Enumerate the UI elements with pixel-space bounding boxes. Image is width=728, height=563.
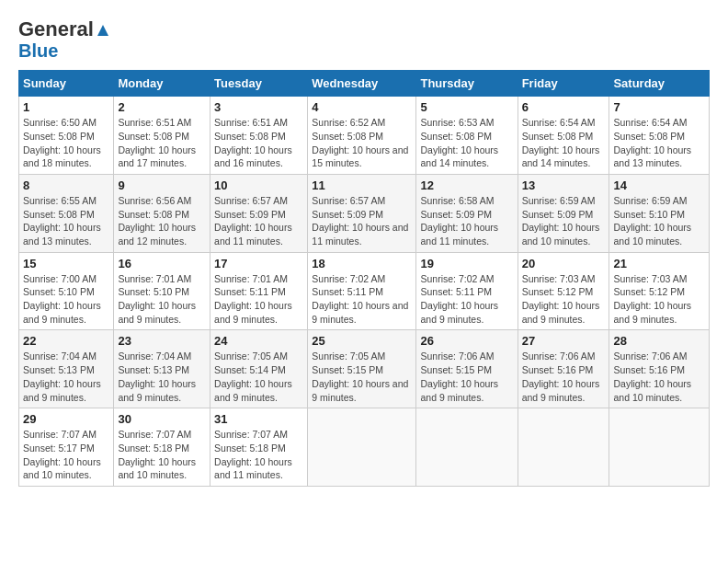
day-number: 22 <box>23 334 109 348</box>
day-number: 6 <box>522 100 606 114</box>
day-number: 4 <box>312 100 412 114</box>
day-info: Sunrise: 6:56 AM Sunset: 5:08 PM Dayligh… <box>118 194 206 248</box>
day-number: 21 <box>613 257 705 270</box>
day-info: Sunrise: 7:06 AM Sunset: 5:16 PM Dayligh… <box>522 350 606 404</box>
day-number: 13 <box>522 178 606 192</box>
weekday-header-tuesday: Tuesday <box>210 71 308 97</box>
day-info: Sunrise: 7:04 AM Sunset: 5:13 PM Dayligh… <box>23 350 109 404</box>
calendar-cell: 5 Sunrise: 6:53 AM Sunset: 5:08 PM Dayli… <box>416 97 518 175</box>
calendar-cell: 10 Sunrise: 6:57 AM Sunset: 5:09 PM Dayl… <box>210 174 308 252</box>
calendar-cell: 4 Sunrise: 6:52 AM Sunset: 5:08 PM Dayli… <box>308 97 416 175</box>
day-info: Sunrise: 7:01 AM Sunset: 5:10 PM Dayligh… <box>118 272 206 327</box>
day-info: Sunrise: 7:06 AM Sunset: 5:15 PM Dayligh… <box>420 350 513 404</box>
svg-marker-0 <box>97 25 108 36</box>
page-header: General Blue <box>18 18 710 61</box>
calendar-cell: 28 Sunrise: 7:06 AM Sunset: 5:16 PM Dayl… <box>609 330 710 408</box>
calendar-cell: 13 Sunrise: 6:59 AM Sunset: 5:09 PM Dayl… <box>518 174 609 252</box>
day-info: Sunrise: 6:59 AM Sunset: 5:09 PM Dayligh… <box>522 194 606 248</box>
day-number: 20 <box>522 257 606 270</box>
day-number: 16 <box>118 257 206 270</box>
day-info: Sunrise: 7:02 AM Sunset: 5:11 PM Dayligh… <box>312 272 412 327</box>
calendar-cell <box>308 408 416 487</box>
day-number: 29 <box>23 412 109 426</box>
day-number: 2 <box>118 100 206 114</box>
calendar-cell: 14 Sunrise: 6:59 AM Sunset: 5:10 PM Dayl… <box>609 174 710 252</box>
calendar-cell: 16 Sunrise: 7:01 AM Sunset: 5:10 PM Dayl… <box>114 252 210 330</box>
day-info: Sunrise: 6:55 AM Sunset: 5:08 PM Dayligh… <box>23 194 109 248</box>
day-info: Sunrise: 6:54 AM Sunset: 5:08 PM Dayligh… <box>522 116 606 170</box>
day-info: Sunrise: 6:51 AM Sunset: 5:08 PM Dayligh… <box>214 116 303 170</box>
calendar-cell: 6 Sunrise: 6:54 AM Sunset: 5:08 PM Dayli… <box>518 97 609 175</box>
day-info: Sunrise: 7:01 AM Sunset: 5:11 PM Dayligh… <box>214 272 303 327</box>
day-info: Sunrise: 6:50 AM Sunset: 5:08 PM Dayligh… <box>23 116 109 170</box>
weekday-header-thursday: Thursday <box>416 71 518 97</box>
calendar-cell: 24 Sunrise: 7:05 AM Sunset: 5:14 PM Dayl… <box>210 330 308 408</box>
calendar-cell: 17 Sunrise: 7:01 AM Sunset: 5:11 PM Dayl… <box>210 252 308 330</box>
calendar-table: SundayMondayTuesdayWednesdayThursdayFrid… <box>18 70 710 487</box>
calendar-cell <box>518 408 609 487</box>
day-info: Sunrise: 6:57 AM Sunset: 5:09 PM Dayligh… <box>214 194 303 248</box>
day-info: Sunrise: 7:05 AM Sunset: 5:15 PM Dayligh… <box>312 350 412 404</box>
weekday-header-friday: Friday <box>518 71 609 97</box>
weekday-header-monday: Monday <box>114 71 210 97</box>
day-number: 23 <box>118 334 206 348</box>
day-number: 31 <box>214 412 303 426</box>
logo-text: General <box>18 18 110 40</box>
day-number: 10 <box>214 178 303 192</box>
day-info: Sunrise: 7:05 AM Sunset: 5:14 PM Dayligh… <box>214 350 303 404</box>
day-number: 7 <box>613 100 705 114</box>
calendar-week-row: 29 Sunrise: 7:07 AM Sunset: 5:17 PM Dayl… <box>19 408 710 487</box>
calendar-cell: 8 Sunrise: 6:55 AM Sunset: 5:08 PM Dayli… <box>19 174 114 252</box>
logo-blue: Blue <box>18 40 58 61</box>
day-number: 5 <box>420 100 513 114</box>
day-info: Sunrise: 7:06 AM Sunset: 5:16 PM Dayligh… <box>613 350 705 404</box>
calendar-cell: 21 Sunrise: 7:03 AM Sunset: 5:12 PM Dayl… <box>609 252 710 330</box>
calendar-cell <box>609 408 710 487</box>
weekday-header-row: SundayMondayTuesdayWednesdayThursdayFrid… <box>19 71 710 97</box>
day-number: 11 <box>312 178 412 192</box>
calendar-cell: 22 Sunrise: 7:04 AM Sunset: 5:13 PM Dayl… <box>19 330 114 408</box>
day-number: 8 <box>23 178 109 192</box>
calendar-cell: 26 Sunrise: 7:06 AM Sunset: 5:15 PM Dayl… <box>416 330 518 408</box>
calendar-cell: 19 Sunrise: 7:02 AM Sunset: 5:11 PM Dayl… <box>416 252 518 330</box>
calendar-week-row: 15 Sunrise: 7:00 AM Sunset: 5:10 PM Dayl… <box>19 252 710 330</box>
day-info: Sunrise: 7:07 AM Sunset: 5:18 PM Dayligh… <box>214 428 303 482</box>
calendar-cell: 27 Sunrise: 7:06 AM Sunset: 5:16 PM Dayl… <box>518 330 609 408</box>
day-info: Sunrise: 6:59 AM Sunset: 5:10 PM Dayligh… <box>613 194 705 248</box>
calendar-cell: 9 Sunrise: 6:56 AM Sunset: 5:08 PM Dayli… <box>114 174 210 252</box>
calendar-cell: 31 Sunrise: 7:07 AM Sunset: 5:18 PM Dayl… <box>210 408 308 487</box>
logo-icon <box>96 23 110 38</box>
day-info: Sunrise: 7:03 AM Sunset: 5:12 PM Dayligh… <box>522 272 606 327</box>
day-number: 30 <box>118 412 206 426</box>
day-number: 9 <box>118 178 206 192</box>
calendar-week-row: 1 Sunrise: 6:50 AM Sunset: 5:08 PM Dayli… <box>19 97 710 175</box>
day-info: Sunrise: 6:53 AM Sunset: 5:08 PM Dayligh… <box>420 116 513 170</box>
calendar-cell: 20 Sunrise: 7:03 AM Sunset: 5:12 PM Dayl… <box>518 252 609 330</box>
day-number: 18 <box>312 257 412 270</box>
day-number: 26 <box>420 334 513 348</box>
day-info: Sunrise: 6:54 AM Sunset: 5:08 PM Dayligh… <box>613 116 705 170</box>
day-number: 24 <box>214 334 303 348</box>
calendar-week-row: 22 Sunrise: 7:04 AM Sunset: 5:13 PM Dayl… <box>19 330 710 408</box>
calendar-cell: 30 Sunrise: 7:07 AM Sunset: 5:18 PM Dayl… <box>114 408 210 487</box>
day-info: Sunrise: 7:07 AM Sunset: 5:17 PM Dayligh… <box>23 428 109 482</box>
calendar-week-row: 8 Sunrise: 6:55 AM Sunset: 5:08 PM Dayli… <box>19 174 710 252</box>
logo: General Blue <box>18 18 110 61</box>
day-info: Sunrise: 7:00 AM Sunset: 5:10 PM Dayligh… <box>23 272 109 327</box>
day-number: 19 <box>420 257 513 270</box>
calendar-cell: 11 Sunrise: 6:57 AM Sunset: 5:09 PM Dayl… <box>308 174 416 252</box>
calendar-cell: 7 Sunrise: 6:54 AM Sunset: 5:08 PM Dayli… <box>609 97 710 175</box>
day-number: 1 <box>23 100 109 114</box>
day-info: Sunrise: 7:03 AM Sunset: 5:12 PM Dayligh… <box>613 272 705 327</box>
day-number: 14 <box>613 178 705 192</box>
calendar-cell: 2 Sunrise: 6:51 AM Sunset: 5:08 PM Dayli… <box>114 97 210 175</box>
calendar-cell: 15 Sunrise: 7:00 AM Sunset: 5:10 PM Dayl… <box>19 252 114 330</box>
day-number: 15 <box>23 257 109 270</box>
day-info: Sunrise: 6:51 AM Sunset: 5:08 PM Dayligh… <box>118 116 206 170</box>
day-info: Sunrise: 7:04 AM Sunset: 5:13 PM Dayligh… <box>118 350 206 404</box>
calendar-cell: 25 Sunrise: 7:05 AM Sunset: 5:15 PM Dayl… <box>308 330 416 408</box>
day-info: Sunrise: 6:57 AM Sunset: 5:09 PM Dayligh… <box>312 194 412 248</box>
day-info: Sunrise: 6:58 AM Sunset: 5:09 PM Dayligh… <box>420 194 513 248</box>
day-info: Sunrise: 6:52 AM Sunset: 5:08 PM Dayligh… <box>312 116 412 170</box>
calendar-cell: 1 Sunrise: 6:50 AM Sunset: 5:08 PM Dayli… <box>19 97 114 175</box>
